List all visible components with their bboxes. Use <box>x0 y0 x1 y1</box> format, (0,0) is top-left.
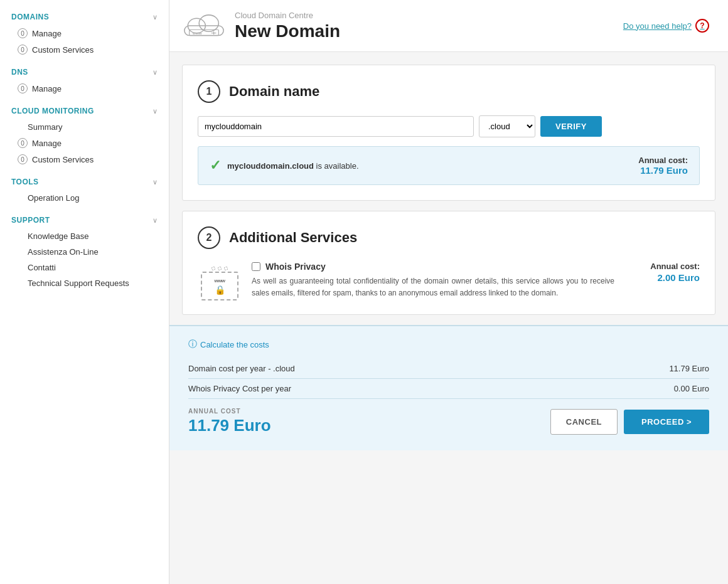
domain-cost-amount: 11.79 Euro <box>669 364 709 373</box>
verify-button[interactable]: VERIFY <box>540 116 602 137</box>
step1-cost-value: 11.79 Euro <box>638 165 688 176</box>
cancel-button[interactable]: CANCEL <box>550 409 618 435</box>
sidebar-item-label-domains-manage: Manage <box>32 29 62 38</box>
whois-cost-label: Whois Privacy Cost per year <box>188 384 291 393</box>
calc-link[interactable]: ⓘ Calculate the costs <box>188 339 709 350</box>
main-content: www Cloud Domain Centre New Domain Do yo… <box>169 0 728 584</box>
sidebar-badge-cm-custom: 0 <box>18 154 28 164</box>
step2-card: 2 Additional Services www 🔒 <box>182 211 715 315</box>
chevron-down-icon-cloud-monitoring: ∨ <box>153 107 158 115</box>
action-buttons: CANCEL PROCEED > <box>550 409 709 435</box>
sidebar-item-cm-summary[interactable]: Summary <box>0 119 169 135</box>
step1-header: 1 Domain name <box>198 80 700 103</box>
step2-title: Additional Services <box>229 230 357 246</box>
sidebar-section-header-domains[interactable]: DOMAINS∨ <box>0 6 169 25</box>
step1-cost-label: Annual cost: <box>638 156 688 165</box>
sidebar-section-dns: DNS∨0Manage <box>0 61 169 97</box>
domain-input[interactable] <box>198 116 474 137</box>
check-icon: ✓ <box>210 157 221 174</box>
sidebar-section-title-cloud-monitoring: CLOUD MONITORING <box>11 107 94 115</box>
sidebar-item-cm-manage[interactable]: 0Manage <box>0 135 169 151</box>
chevron-down-icon-support: ∨ <box>153 216 158 225</box>
step2-header: 2 Additional Services <box>198 226 700 249</box>
proceed-button[interactable]: PROCEED > <box>624 410 709 434</box>
sidebar-item-support-online[interactable]: Assistenza On-Line <box>0 244 169 260</box>
sidebar-item-label-dns-manage: Manage <box>32 84 62 93</box>
annual-label: ANNUAL COST <box>188 408 271 415</box>
sidebar-section-title-domains: DOMAINS <box>11 13 49 21</box>
sidebar-item-label-cm-summary: Summary <box>28 122 63 132</box>
chevron-down-icon-tools: ∨ <box>153 178 158 186</box>
service-cost-label: Annual cost: <box>624 262 700 271</box>
step1-card: 1 Domain name .cloud.com.net.org VERIFY … <box>182 65 715 201</box>
cloud-domain-icon: www <box>182 10 226 41</box>
step1-title: Domain name <box>229 83 319 100</box>
sidebar-section-header-tools[interactable]: TOOLS∨ <box>0 171 169 190</box>
chevron-down-icon-dns: ∨ <box>153 68 158 77</box>
available-domain: myclouddomain.cloud <box>227 161 314 171</box>
sidebar-badge-domains-custom: 0 <box>18 45 28 55</box>
whois-cost-amount: 0.00 Euro <box>674 384 709 393</box>
header-text: Cloud Domain Centre New Domain <box>235 11 340 41</box>
page-title: New Domain <box>235 21 340 41</box>
sidebar-item-support-tech[interactable]: Technical Support Requests <box>0 275 169 291</box>
svg-text:www: www <box>192 31 202 35</box>
avail-left: ✓ myclouddomain.cloud is available. <box>210 157 359 174</box>
sidebar-item-cm-custom[interactable]: 0Custom Services <box>0 151 169 167</box>
page-header: www Cloud Domain Centre New Domain Do yo… <box>169 0 728 52</box>
annual-total: 11.79 Euro <box>188 416 271 435</box>
sidebar-section-support: SUPPORT∨Knowledge BaseAssistenza On-Line… <box>0 210 169 291</box>
sidebar-item-label-cm-manage: Manage <box>32 139 62 148</box>
sidebar-item-support-kb[interactable]: Knowledge Base <box>0 228 169 244</box>
sidebar-item-label-support-contact: Contatti <box>28 263 56 272</box>
step2-circle: 2 <box>198 226 220 249</box>
info-icon: ⓘ <box>188 339 197 350</box>
avail-right: Annual cost: 11.79 Euro <box>638 156 688 176</box>
sidebar-item-domains-custom[interactable]: 0Custom Services <box>0 41 169 58</box>
tld-select[interactable]: .cloud.com.net.org <box>479 115 535 137</box>
help-link[interactable]: Do you need help? ? <box>623 19 709 33</box>
service-desc: As well as guaranteeing total confidenti… <box>252 275 614 299</box>
help-link-text: Do you need help? <box>623 21 692 31</box>
sidebar-section-header-cloud-monitoring[interactable]: CLOUD MONITORING∨ <box>0 100 169 119</box>
sidebar-item-label-cm-custom: Custom Services <box>32 155 94 164</box>
annual-total-left: ANNUAL COST 11.79 Euro <box>188 408 271 435</box>
help-icon: ? <box>695 19 709 33</box>
sidebar-item-tools-oplog[interactable]: Operation Log <box>0 190 169 206</box>
avail-suffix: is available. <box>314 161 359 171</box>
service-icon: www 🔒 <box>198 262 242 299</box>
sidebar: DOMAINS∨0Manage0Custom ServicesDNS∨0Mana… <box>0 0 169 584</box>
availability-text: myclouddomain.cloud is available. <box>227 161 359 171</box>
header-left: www Cloud Domain Centre New Domain <box>182 10 340 41</box>
cost-summary: ⓘ Calculate the costs Domain cost per ye… <box>169 325 728 450</box>
service-row: www 🔒 Whois Privacy As well as guarantee… <box>198 262 700 299</box>
whois-cost-row: Whois Privacy Cost per year 0.00 Euro <box>188 379 709 399</box>
sidebar-section-header-support[interactable]: SUPPORT∨ <box>0 210 169 228</box>
sidebar-item-label-domains-custom: Custom Services <box>32 45 94 55</box>
sidebar-item-label-support-online: Assistenza On-Line <box>28 247 99 257</box>
service-header-row: Whois Privacy <box>252 262 614 272</box>
sidebar-item-label-support-tech: Technical Support Requests <box>28 279 129 288</box>
content-area: 1 Domain name .cloud.com.net.org VERIFY … <box>169 52 728 315</box>
availability-box: ✓ myclouddomain.cloud is available. Annu… <box>198 146 700 185</box>
whois-checkbox[interactable] <box>252 262 260 271</box>
sidebar-badge-domains-manage: 0 <box>18 28 28 38</box>
sidebar-section-header-dns[interactable]: DNS∨ <box>0 61 169 80</box>
sidebar-item-label-support-kb: Knowledge Base <box>28 231 89 241</box>
sidebar-item-support-contact[interactable]: Contatti <box>0 260 169 275</box>
sidebar-item-dns-manage[interactable]: 0Manage <box>0 80 169 97</box>
sidebar-section-title-tools: TOOLS <box>11 178 39 186</box>
domain-cost-row: Domain cost per year - .cloud 11.79 Euro <box>188 359 709 379</box>
sidebar-section-domains: DOMAINS∨0Manage0Custom Services <box>0 6 169 58</box>
sidebar-section-title-dns: DNS <box>11 68 28 77</box>
service-name: Whois Privacy <box>265 262 326 272</box>
service-content: Whois Privacy As well as guaranteeing to… <box>252 262 614 299</box>
sidebar-item-domains-manage[interactable]: 0Manage <box>0 25 169 41</box>
calc-link-text: Calculate the costs <box>200 340 269 349</box>
service-cost: Annual cost: 2.00 Euro <box>624 262 700 283</box>
header-subtitle: Cloud Domain Centre <box>235 11 340 20</box>
domain-cost-label: Domain cost per year - .cloud <box>188 364 295 373</box>
sidebar-badge-dns-manage: 0 <box>18 83 28 93</box>
chevron-down-icon-domains: ∨ <box>153 13 158 21</box>
domain-input-row: .cloud.com.net.org VERIFY <box>198 115 700 137</box>
